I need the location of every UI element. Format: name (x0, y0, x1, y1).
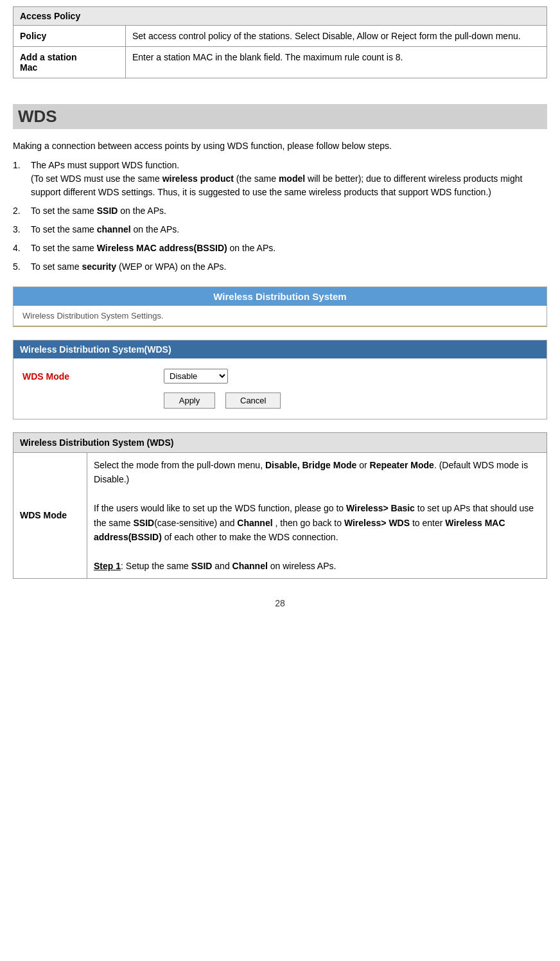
add-station-mac-label: Add a stationMac (13, 47, 126, 78)
step-content: To set the same Wireless MAC address(BSS… (31, 242, 547, 255)
apply-button[interactable]: Apply (164, 392, 215, 409)
step-content: To set the same channel on the APs. (31, 223, 547, 236)
wds-mode-select[interactable]: Disable Bridge Mode Repeater Mode (164, 369, 228, 384)
wds-panel-header: Wireless Distribution System (13, 287, 547, 306)
wds-mode-label: WDS Mode (22, 371, 164, 382)
wds-steps-list: 1. The APs must support WDS function. (T… (13, 159, 547, 274)
wds-form-panel: Wireless Distribution System(WDS) WDS Mo… (13, 340, 547, 419)
wds-desc-table-title: Wireless Distribution System (WDS) (13, 433, 547, 453)
access-policy-table: Access Policy Policy Set access control … (13, 6, 547, 78)
step-content: To set the same SSID on the APs. (31, 204, 547, 218)
cancel-button[interactable]: Cancel (225, 392, 281, 409)
list-item: 3. To set the same channel on the APs. (13, 223, 547, 236)
wds-mode-row: WDS Mode Disable Bridge Mode Repeater Mo… (22, 369, 538, 384)
wds-buttons-row: Apply Cancel (22, 392, 538, 409)
list-item: 5. To set same security (WEP or WPA) on … (13, 260, 547, 274)
list-item: 2. To set the same SSID on the APs. (13, 204, 547, 218)
wds-mode-desc-p3: Step 1: Setup the same SSID and Channel … (94, 559, 540, 573)
wds-heading: WDS (13, 104, 547, 129)
wds-panel-subtitle: Wireless Distribution System Settings. (13, 306, 547, 326)
policy-label: Policy (13, 26, 126, 47)
list-item: 4. To set the same Wireless MAC address(… (13, 242, 547, 255)
wds-panel: Wireless Distribution System Wireless Di… (13, 287, 547, 327)
wds-form-body: WDS Mode Disable Bridge Mode Repeater Mo… (13, 358, 547, 419)
access-policy-title: Access Policy (13, 7, 547, 26)
step-num: 1. (13, 159, 31, 172)
wds-desc-table: Wireless Distribution System (WDS) WDS M… (13, 432, 547, 579)
add-station-mac-description: Enter a station MAC in the blank field. … (126, 47, 547, 78)
policy-description: Set access control policy of the station… (126, 26, 547, 47)
step-content: The APs must support WDS function. (To s… (31, 159, 547, 199)
step-content: To set same security (WEP or WPA) on the… (31, 260, 547, 274)
list-item: 1. The APs must support WDS function. (T… (13, 159, 547, 199)
step-num: 4. (13, 242, 31, 255)
wds-form-header: Wireless Distribution System(WDS) (13, 340, 547, 358)
wds-mode-select-wrap: Disable Bridge Mode Repeater Mode (164, 369, 228, 384)
wds-mode-desc-p1: Select the mode from the pull-down menu,… (94, 458, 540, 487)
wds-mode-desc-content: Select the mode from the pull-down menu,… (87, 453, 547, 579)
wds-mode-desc-label: WDS Mode (13, 453, 87, 579)
wds-mode-desc-p2: If the users would like to set up the WD… (94, 501, 540, 544)
step-num: 3. (13, 223, 31, 236)
step-num: 2. (13, 204, 31, 218)
wds-intro: Making a connection between access point… (13, 141, 547, 151)
step-num: 5. (13, 260, 31, 274)
page-number: 28 (13, 598, 547, 608)
